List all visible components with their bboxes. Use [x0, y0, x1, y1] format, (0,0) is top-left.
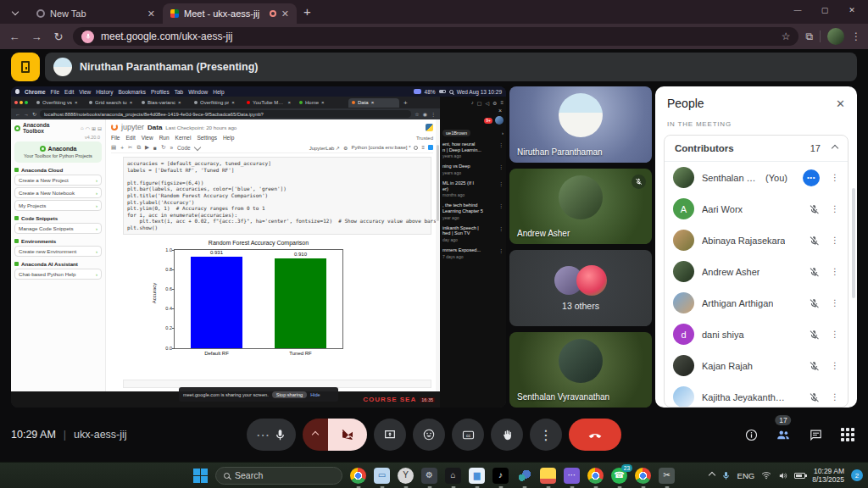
wifi-icon[interactable] — [761, 471, 771, 480]
close-panel-icon[interactable]: ✕ — [836, 97, 845, 110]
camera-button[interactable] — [303, 419, 367, 451]
tray-date: 8/13/2025 — [812, 475, 844, 484]
activities-button[interactable] — [838, 425, 857, 444]
avatar-letter: d — [681, 330, 686, 340]
volume-icon[interactable] — [778, 471, 787, 480]
tray-chevron-icon[interactable] — [708, 472, 715, 479]
minimize-button[interactable]: — — [785, 2, 810, 19]
taskbar-app-icon[interactable]: ☎ 23 — [611, 468, 627, 484]
start-button[interactable] — [193, 469, 208, 483]
youtube-avatar — [495, 116, 504, 125]
video-title: ent, how neural n | Deep Learnin... — [442, 141, 497, 152]
mic-in-use-icon[interactable] — [81, 30, 94, 43]
panel-scrollbar[interactable] — [852, 188, 855, 298]
tray-clock[interactable]: 10:29 AM 8/13/2025 — [812, 467, 844, 484]
new-tab-button[interactable]: + — [303, 4, 311, 19]
language-indicator[interactable]: ENG — [737, 471, 755, 480]
taskbar-app-icon[interactable] — [635, 468, 651, 484]
run-all-icon: » — [170, 145, 173, 151]
toolbox-version: v4.20.0 — [14, 135, 100, 140]
notebook-mode-icon — [428, 145, 433, 150]
captions-button[interactable]: cc — [452, 419, 484, 451]
participant-name: Kajitha Jeyakanthan — [702, 392, 786, 402]
audio-activity-button[interactable]: ••• — [803, 169, 820, 186]
taskbar-app-icon[interactable] — [587, 468, 604, 484]
taskbar-app-icon[interactable]: ✂ — [659, 468, 675, 484]
row-menu-icon[interactable]: ⋮ — [831, 204, 839, 214]
reactions-button[interactable] — [413, 419, 445, 451]
tile-name: Niruthan Paranthaman — [517, 147, 603, 157]
kernel-status: JupyterLab ↗ ⚙ Python [conda env:base] *… — [309, 145, 433, 151]
taskbar-app-icon[interactable]: ▭ — [374, 468, 390, 484]
tab-search-button[interactable] — [5, 3, 25, 20]
row-menu-icon[interactable]: ⋮ — [831, 298, 839, 308]
end-call-button[interactable] — [569, 419, 621, 451]
inner-reload-icon: ↻ — [32, 111, 36, 117]
profile-avatar[interactable] — [827, 28, 844, 45]
mac-menu-item: Help — [213, 89, 224, 95]
close-window-button[interactable]: ✕ — [839, 2, 865, 19]
taskbar-app-icon[interactable] — [540, 468, 556, 484]
forward-button[interactable]: → — [29, 30, 44, 43]
participant-tile[interactable]: Senthalan Vyravanathan — [509, 332, 652, 408]
extensions-icon[interactable]: ⧉ — [805, 30, 813, 42]
taskbar-app-icon[interactable]: ⋯ — [564, 468, 580, 484]
taskbar-app-icon[interactable]: ⌂ — [445, 468, 461, 484]
mic-button[interactable]: ⋯ — [247, 419, 296, 451]
row-menu-icon[interactable]: ⋮ — [831, 361, 839, 370]
row-menu-icon[interactable]: ⋮ — [831, 330, 839, 339]
door-icon — [21, 61, 30, 73]
camera-off-segment[interactable] — [328, 419, 367, 451]
maximize-button[interactable]: ▢ — [812, 2, 837, 19]
screenshare-tile[interactable]: Chrome FileEditViewHistoryBookmarksProfi… — [11, 86, 506, 408]
participant-tile[interactable]: Andrew Asher — [509, 169, 652, 245]
taskbar-app-icon[interactable]: ▆ — [469, 468, 485, 484]
battery-icon — [439, 90, 446, 93]
kebab-icon: ⋮ — [539, 427, 553, 443]
tab-new-tab[interactable]: New Tab ✕ — [29, 3, 163, 24]
back-button[interactable]: ← — [7, 30, 22, 43]
audio-options-icon[interactable]: ⋯ — [256, 427, 270, 443]
bookmark-star-icon[interactable]: ☆ — [782, 30, 791, 42]
row-menu-icon[interactable]: ⋮ — [831, 392, 839, 402]
row-menu-icon[interactable]: ⋮ — [831, 236, 839, 245]
participant-tile[interactable]: Niruthan Paranthaman — [509, 86, 652, 163]
close-tab-icon[interactable]: ✕ — [147, 8, 155, 19]
taskbar-app-icon[interactable] — [516, 468, 532, 484]
present-button[interactable] — [374, 419, 406, 451]
sharing-toast: meet.google.com is sharing your screen. … — [179, 387, 338, 402]
tile-avatar-2 — [576, 265, 607, 296]
mac-menubar-status: 48% Wed Aug 13 10:29 — [414, 89, 502, 95]
video-options-segment[interactable] — [303, 419, 328, 451]
anaconda-card: Anaconda Your Toolbox for Python Project… — [14, 141, 102, 163]
meeting-details-button[interactable] — [742, 425, 760, 444]
default-favicon — [36, 9, 45, 18]
people-button[interactable]: 17 — [774, 425, 793, 444]
video-title: mmers Exposed... — [442, 247, 497, 253]
more-options-button[interactable]: ⋮ — [530, 419, 562, 451]
mac-menu-item: View — [79, 89, 91, 95]
chart-plot: 0.00.20.40.60.81.00.931Default RF0.910Tu… — [174, 249, 343, 349]
row-menu-icon[interactable]: ⋮ — [831, 173, 839, 182]
chat-button[interactable] — [806, 425, 825, 444]
battery-icon[interactable] — [794, 473, 805, 479]
browser-menu-icon[interactable]: ⋮ — [851, 30, 861, 42]
taskbar-app-icon[interactable]: ⚙ — [421, 468, 437, 484]
row-menu-icon[interactable]: ⋮ — [831, 267, 839, 276]
camera-off-icon — [341, 428, 354, 441]
raise-hand-button[interactable] — [491, 419, 523, 451]
contributors-header[interactable]: Contributors 17 — [665, 136, 848, 162]
close-tab-icon[interactable]: ✕ — [281, 8, 289, 19]
taskbar-app-icon[interactable]: ♪ — [492, 468, 509, 484]
taskbar-search[interactable]: Search — [215, 467, 342, 485]
tab-meet[interactable]: Meet - ukx-aess-jij ✕ — [163, 3, 297, 24]
reload-button[interactable]: ↻ — [51, 30, 66, 43]
kernel-name: Python [conda env:base] * — [351, 145, 410, 150]
url-bar[interactable]: meet.google.com/ukx-aess-jij ☆ — [73, 27, 798, 46]
tray-mic-icon[interactable] — [721, 471, 731, 480]
notification-count-badge[interactable]: 2 — [851, 469, 863, 481]
taskbar-app-icon[interactable]: Y — [398, 468, 414, 484]
mic-off-icon — [809, 235, 820, 246]
participant-tile[interactable]: 13 others — [509, 250, 652, 326]
taskbar-app-icon[interactable] — [350, 468, 366, 484]
